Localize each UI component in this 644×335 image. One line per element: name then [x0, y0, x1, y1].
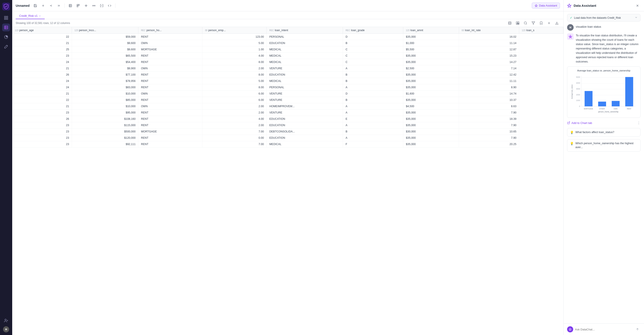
download-icon-btn[interactable] — [554, 20, 560, 26]
table-cell: $35,000 — [403, 72, 459, 78]
table-cell: 8.00 — [202, 72, 267, 78]
table-row: 23$500,000MORTGAGE7.00DEBTCONSOLIDA...B$… — [12, 128, 564, 135]
table-cell: $115,000 — [72, 122, 138, 128]
data-assistant-button[interactable]: Data Assistant — [532, 2, 560, 8]
app-logo[interactable] — [2, 2, 10, 10]
bookmark-icon-btn[interactable] — [538, 20, 544, 26]
add-to-chart-button[interactable]: Add to Chart tab — [567, 120, 592, 126]
table-row: 26$108,160RENT4.00EDUCATIONE$35,00018.39 — [12, 116, 564, 122]
panel-close-button[interactable] — [634, 2, 640, 9]
table-cell: VENTURE — [267, 65, 343, 72]
col-loan-status[interactable]: 123loan_s — [519, 27, 564, 34]
table-cell: C — [343, 59, 403, 65]
sidebar-item-chart[interactable] — [2, 33, 10, 41]
svg-rect-4 — [6, 18, 8, 20]
data-assistant-panel: Data Assistant ✓ Load data from the data… — [564, 0, 644, 335]
user-avatar[interactable]: M — [3, 326, 9, 332]
table-cell: RENT — [138, 84, 202, 90]
filter-icon-btn[interactable] — [530, 20, 536, 26]
code-button[interactable] — [106, 2, 113, 9]
suggestion-light-icon-1: 💡 — [570, 131, 574, 134]
table-cell: $35,000 — [403, 53, 459, 59]
table-cell: RENT — [138, 72, 202, 78]
chart-icon-btn[interactable] — [514, 20, 521, 26]
col-person-emp[interactable]: 00person_emp... — [202, 27, 267, 34]
svg-text:1000: 1000 — [576, 99, 580, 102]
table-cell: PERSONAL — [267, 84, 343, 90]
filter-button[interactable] — [83, 2, 89, 9]
add-col-icon-btn[interactable] — [546, 20, 552, 26]
table-cell: $10,000 — [72, 90, 138, 97]
table-cell: RENT — [138, 116, 202, 122]
formula-button[interactable] — [48, 2, 54, 9]
table-cell: 15.23 — [459, 53, 519, 59]
table-cell: 23 — [12, 122, 72, 128]
ai-response-icon — [567, 33, 574, 40]
table-cell: 11.14 — [459, 40, 519, 46]
query-icon-btn[interactable] — [522, 20, 528, 26]
col-loan-amnt[interactable]: 123loan_amnt — [403, 27, 459, 34]
panel-header: Data Assistant — [564, 0, 644, 11]
tab-credit-risk[interactable]: Credit_Risk v1 — [16, 13, 45, 19]
table-cell: $35,000 — [403, 59, 459, 65]
table-cell: A — [343, 65, 403, 72]
table-cell: $9,900 — [72, 65, 138, 72]
table-cell: $9,600 — [72, 46, 138, 53]
table-view-button[interactable] — [67, 2, 74, 9]
table-cell: OWN — [138, 40, 202, 46]
table-row: 23$120,000RENT0.00EDUCATIONA$35,0007.90 — [12, 135, 564, 141]
expand-icon[interactable] — [635, 16, 638, 20]
col-person-home[interactable]: RECperson_ho... — [138, 27, 202, 34]
save-button[interactable] — [32, 2, 38, 9]
chart-container: Average loan_status vs. person_home_owne… — [567, 66, 640, 118]
more-options-button[interactable]: ⋮ — [637, 121, 640, 125]
table-cell: 2.00 — [202, 110, 267, 116]
table-cell: $85,000 — [72, 97, 138, 103]
table-cell: 8.90 — [459, 84, 519, 90]
bar-rent — [625, 77, 633, 106]
sidebar-item-grid[interactable] — [2, 14, 10, 22]
sidebar-item-wand[interactable] — [2, 43, 10, 50]
main-content: Unnamed — [12, 0, 564, 335]
bar-own — [612, 101, 620, 106]
merge-button[interactable] — [91, 2, 97, 9]
svg-text:4000: 4000 — [576, 82, 580, 84]
row-count-info: Showing 100 of 32,581 rows, 12 of 12 col… — [16, 22, 70, 24]
suggestion-2[interactable]: 💡 Which person_home_ownership has the hi… — [567, 139, 640, 152]
svg-text:OWN: OWN — [614, 108, 618, 110]
suggestion-1[interactable]: 💡 What factors affect loan_status? — [567, 128, 640, 137]
svg-rect-1 — [4, 16, 6, 18]
table-cell: 22 — [12, 34, 72, 40]
table-cell: 1.00 — [202, 46, 267, 53]
col-person-age[interactable]: 123person_age — [12, 27, 72, 34]
sidebar-item-add-user[interactable] — [2, 317, 10, 324]
table-cell: RENT — [138, 34, 202, 40]
col-loan-int-rate[interactable]: 00loan_int_rate — [459, 27, 519, 34]
col-person-income[interactable]: 123person_inco... — [72, 27, 138, 34]
table-row: 24$83,000RENT8.00PERSONALA$35,0008.90 — [12, 84, 564, 90]
svg-rect-32 — [517, 23, 518, 24]
chat-input-field[interactable] — [575, 328, 633, 331]
chat-send-button[interactable] — [634, 326, 640, 332]
table-icon-btn[interactable] — [507, 20, 513, 26]
table-cell: 2.00 — [202, 65, 267, 72]
forward-button[interactable] — [56, 2, 62, 9]
table-cell: 12.42 — [459, 72, 519, 78]
table-cell: OWN — [138, 65, 202, 72]
split-button[interactable] — [99, 2, 105, 9]
table-cell: RENT — [138, 141, 202, 148]
table-cell: $78,956 — [72, 78, 138, 84]
table-cell: $77,100 — [72, 72, 138, 78]
col-loan-intent[interactable]: RECloan_intent — [267, 27, 343, 34]
pivot-button[interactable] — [75, 2, 81, 9]
sidebar-item-table[interactable] — [2, 24, 10, 31]
table-cell: 11.11 — [459, 78, 519, 84]
col-loan-grade[interactable]: RECloan_grade — [343, 27, 403, 34]
add-button[interactable] — [40, 2, 46, 9]
table-cell: 26 — [12, 72, 72, 78]
table-cell: VENTURE — [267, 90, 343, 97]
panel-body: ✓ Load data from the datasets Credit_Ris… — [564, 11, 644, 324]
table-cell: 24 — [12, 84, 72, 90]
svg-text:OTHER: OTHER — [599, 108, 605, 110]
svg-point-25 — [94, 5, 95, 6]
